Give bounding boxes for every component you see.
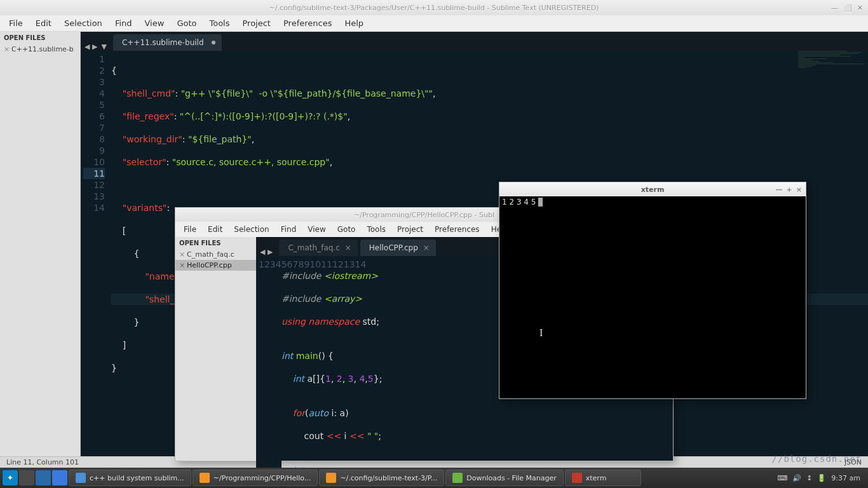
maximize-icon[interactable]: +	[787, 186, 792, 194]
xterm-icon	[572, 473, 582, 483]
tray-clock[interactable]: 9:37 am	[831, 474, 860, 482]
tab-close-icon[interactable]: ×	[345, 243, 351, 252]
sub-open-file-1[interactable]: C_math_faq.c	[175, 249, 256, 260]
file-manager-launcher-icon[interactable]	[19, 470, 34, 485]
sub-menu-view[interactable]: View	[302, 223, 331, 236]
task-sublime-1[interactable]: ~/Programming/CPP/Hello...	[193, 470, 318, 486]
sub-menu-project[interactable]: Project	[391, 223, 429, 236]
tray-volume-icon[interactable]: 🔊	[792, 474, 801, 482]
sub-menu-file[interactable]: File	[178, 223, 202, 236]
menu-project[interactable]: Project	[236, 16, 276, 30]
close-icon[interactable]: ×	[796, 186, 802, 194]
tray-network-icon[interactable]: ↕	[806, 474, 812, 482]
window-controls: — ⬜ ✕	[831, 4, 863, 12]
main-menubar: File Edit Selection Find View Goto Tools…	[0, 15, 868, 32]
browser-launcher-icon[interactable]	[52, 470, 67, 485]
sub-open-file-2[interactable]: HelloCPP.cpp	[175, 260, 256, 271]
tab-nav-arrows[interactable]: ◀ ▶ ▼	[81, 43, 111, 51]
menu-edit[interactable]: Edit	[29, 16, 58, 30]
menu-goto[interactable]: Goto	[170, 16, 203, 30]
xterm-titlebar[interactable]: xterm — + ×	[499, 182, 806, 196]
minimize-icon[interactable]: —	[776, 186, 783, 194]
xterm-body[interactable]: 1 2 3 4 5 I	[499, 196, 806, 398]
browser-icon	[76, 473, 86, 483]
xterm-title: xterm	[641, 186, 665, 194]
xterm-output: 1 2 3 4 5	[502, 198, 538, 207]
tab-label: C++11.sublime-build	[122, 38, 204, 47]
terminal-launcher-icon[interactable]	[36, 470, 51, 485]
menu-find[interactable]: Find	[109, 16, 139, 30]
sub-tab-nav-arrows[interactable]: ◀ ▶	[256, 248, 276, 256]
sublime-icon	[200, 473, 210, 483]
sub-menu-edit[interactable]: Edit	[202, 223, 228, 236]
sub-menu-goto[interactable]: Goto	[332, 223, 362, 236]
tab-dirty-icon	[212, 41, 215, 44]
task-xterm[interactable]: xterm	[565, 470, 641, 486]
sub-title: ~/Programming/CPP/HelloCPP.cpp - Subl	[354, 211, 494, 219]
tab-close-icon[interactable]: ×	[423, 243, 430, 252]
system-tray: ⌨ 🔊 ↕ 🔋 9:37 am	[777, 474, 865, 482]
menu-preferences[interactable]: Preferences	[277, 16, 338, 30]
maximize-icon[interactable]: ⬜	[843, 4, 852, 12]
sub-gutter: 1234567891011121314	[256, 256, 281, 488]
tab-active[interactable]: C++11.sublime-build	[113, 34, 222, 51]
task-sublime-2[interactable]: ~/.config/sublime-text-3/P...	[319, 470, 444, 486]
watermark: //blog.csdn.net	[772, 454, 862, 464]
sub-sidebar-header: OPEN FILES	[175, 237, 256, 249]
xterm-controls: — + ×	[776, 186, 802, 194]
tray-keyboard-icon[interactable]: ⌨	[777, 474, 787, 482]
sublime-icon	[326, 473, 336, 483]
gutter: 1234567891011121314	[81, 51, 111, 399]
minimap[interactable]	[798, 51, 868, 216]
tab-label: C_math_faq.c	[288, 243, 339, 252]
menu-help[interactable]: Help	[338, 16, 370, 30]
tab-bar: ◀ ▶ ▼ C++11.sublime-build	[81, 32, 868, 51]
close-icon[interactable]: ✕	[857, 4, 863, 12]
main-title: ~/.config/sublime-text-3/Packages/User/C…	[269, 4, 599, 12]
sidebar-header: OPEN FILES	[0, 32, 80, 44]
task-browser[interactable]: c++ build system sublim...	[69, 470, 191, 486]
sub-code-content[interactable]: #include <iostream> #include <array> usi…	[281, 256, 382, 488]
task-file-manager[interactable]: Downloads - File Manager	[445, 470, 564, 486]
sub-tab-2[interactable]: HelloCPP.cpp ×	[360, 240, 436, 256]
sidebar: OPEN FILES C++11.sublime-b	[0, 32, 81, 456]
tray-battery-icon[interactable]: 🔋	[817, 474, 826, 482]
sub-menu-selection[interactable]: Selection	[228, 223, 275, 236]
sub-menu-find[interactable]: Find	[275, 223, 302, 236]
sub-sidebar: OPEN FILES C_math_faq.c HelloCPP.cpp	[175, 237, 256, 461]
taskbar: ✦ c++ build system sublim... ~/Programmi…	[0, 468, 868, 488]
open-file-item[interactable]: C++11.sublime-b	[0, 44, 80, 55]
sub-tab-1[interactable]: C_math_faq.c ×	[279, 240, 357, 256]
menu-view[interactable]: View	[139, 16, 171, 30]
minimize-icon[interactable]: —	[831, 4, 838, 12]
xterm-cursor-icon	[538, 198, 543, 207]
xterm-window: xterm — + × 1 2 3 4 5 I	[499, 182, 806, 399]
menu-file[interactable]: File	[3, 16, 29, 30]
main-titlebar[interactable]: ~/.config/sublime-text-3/Packages/User/C…	[0, 0, 868, 15]
start-button[interactable]: ✦	[3, 470, 18, 485]
text-cursor-icon: I	[539, 327, 543, 339]
sub-menu-preferences[interactable]: Preferences	[429, 223, 485, 236]
folder-icon	[452, 473, 463, 483]
menu-selection[interactable]: Selection	[58, 16, 109, 30]
menu-tools[interactable]: Tools	[203, 16, 236, 30]
status-position: Line 11, Column 101	[6, 458, 79, 466]
sub-menu-tools[interactable]: Tools	[361, 223, 391, 236]
tab-label: HelloCPP.cpp	[369, 243, 418, 252]
